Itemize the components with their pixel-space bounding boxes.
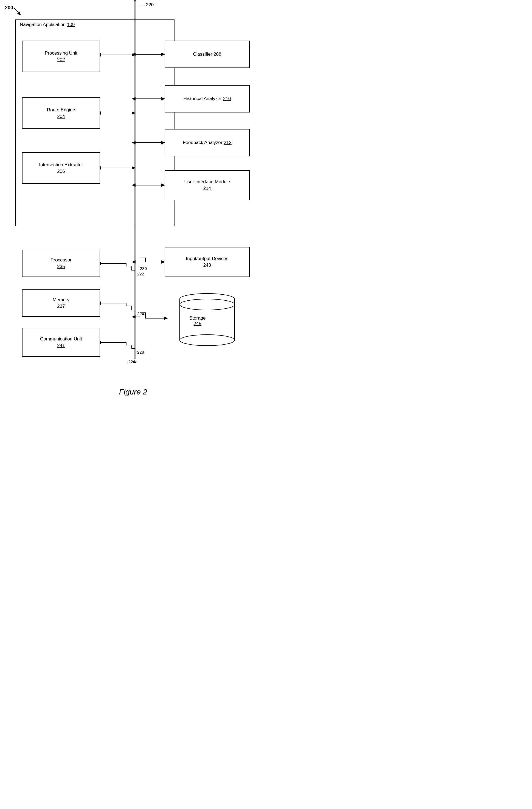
bus-connector-224 (126, 303, 135, 310)
storage-cylinder-top (180, 294, 235, 305)
feedback-analyzer-label: Feedback Analyzer 212 (183, 139, 231, 146)
ui-module-box: User Interface Module 214 (165, 170, 250, 200)
classifier-label: Classifier 208 (193, 51, 221, 57)
bus-connector-222 (126, 263, 135, 270)
diagram: 200 — 220 Navigation Application 109 Pro… (0, 0, 266, 404)
comm-unit-box: Communication Unit 241 (22, 328, 100, 357)
processor-box: Processor 235 (22, 249, 100, 277)
processing-unit-label: Processing Unit 202 (45, 50, 78, 63)
figure-caption: Figure 2 (0, 388, 266, 396)
historical-analyzer-label: Historical Analyzer 210 (184, 96, 231, 102)
bus-label-226: 226 (128, 359, 135, 364)
processor-label: Processor 235 (51, 257, 72, 270)
bus-connector-228 (126, 342, 135, 348)
memory-label: Memory 237 (53, 296, 69, 310)
storage-cylinder-inner (180, 299, 235, 310)
route-engine-label: Route Engine 204 (47, 107, 75, 120)
bus-label-224: 224 (137, 311, 144, 316)
route-engine-box: Route Engine 204 (22, 98, 100, 129)
storage-cylinder-bottom (180, 335, 235, 346)
processing-unit-box: Processing Unit 202 (22, 40, 100, 72)
ref-220-label: — 220 (140, 2, 154, 8)
io-devices-box: Input/output Devices 243 (165, 247, 250, 277)
nav-app-label: Navigation Application 109 (20, 22, 75, 28)
io-devices-label: Input/output Devices 243 (186, 255, 228, 269)
comm-unit-label: Communication Unit 241 (40, 336, 82, 349)
storage-label: Storage 245 (189, 315, 206, 326)
bus-io-connector (135, 258, 165, 262)
intersection-extractor-box: Intersection Extractor 206 (22, 152, 100, 184)
ref-200-arrow (14, 8, 21, 15)
ui-module-label: User Interface Module 214 (184, 178, 230, 192)
intersection-extractor-label: Intersection Extractor 206 (39, 161, 83, 175)
classifier-box: Classifier 208 (165, 40, 250, 68)
feedback-analyzer-box: Feedback Analyzer 212 (165, 129, 250, 156)
bus-label-230: 230 (140, 266, 147, 271)
bus-label-222: 222 (137, 272, 144, 276)
bus-label-228: 228 (137, 350, 144, 355)
memory-box: Memory 237 (22, 289, 100, 317)
historical-analyzer-box: Historical Analyzer 210 (165, 85, 250, 113)
ref-200-label: 200 (5, 5, 13, 11)
bus-arrow-up (133, 0, 137, 1)
storage-cylinder-body (180, 299, 235, 340)
